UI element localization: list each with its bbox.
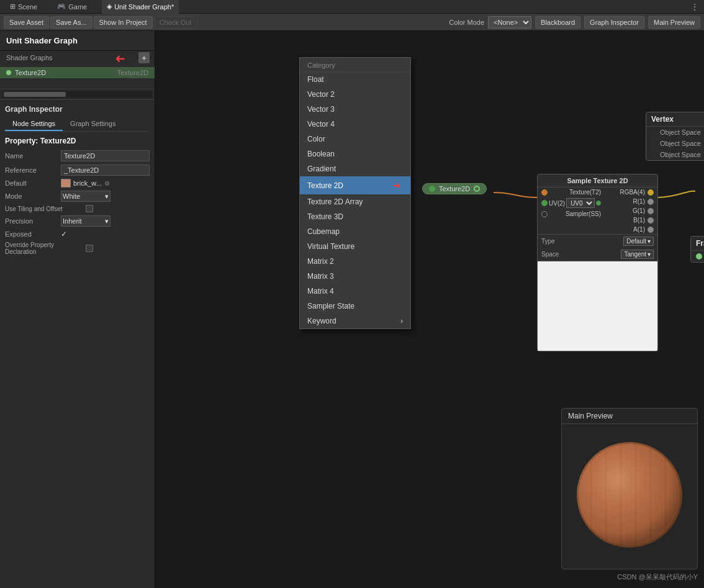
shader-icon: ◈ [107,2,112,11]
dropdown-item-color[interactable]: Color [300,132,410,147]
dropdown-header: Category [300,58,410,72]
texture2d-output-port[interactable] [429,186,435,192]
dropdown-item-matrix2[interactable]: Matrix 2 [300,254,410,269]
uv-dot [596,201,601,206]
shader-item[interactable]: Texture2D Texture2D [0,67,155,78]
a-output-port[interactable] [648,227,654,233]
shader-list-header: Shader Graphs + [0,51,155,65]
shader-dot [6,70,11,75]
more-options-icon[interactable]: ⋮ [690,2,699,12]
dropdown-item-boolean[interactable]: Boolean [300,147,410,161]
tab-shader-graph[interactable]: ◈ Unit Shader Graph* [102,0,179,14]
a-output-label: A(1) [633,226,645,233]
graph-inspector-button[interactable]: Graph Inspector [584,16,644,29]
dropdown-item-matrix3[interactable]: Matrix 3 [300,269,410,284]
g-output-port[interactable] [648,208,654,214]
input-uv: UV(2) UV0 [538,197,605,209]
dropdown-item-cubemap[interactable]: Cubemap [300,224,410,239]
check-out-button[interactable]: Check Out [154,16,197,29]
field-default-value: brick_w... ⚙ [61,179,110,188]
field-mode-select[interactable]: White ▾ [61,191,111,202]
r-output-port[interactable] [648,199,654,205]
tab-game[interactable]: 🎮 Game [52,0,92,14]
field-reference-value[interactable]: _Texture2D [61,165,150,176]
override-checkbox[interactable] [86,245,93,252]
toolbar-right: Color Mode <None> Blackboard Graph Inspe… [449,16,700,29]
color-mode-select[interactable]: <None> [488,16,531,29]
sample-texture-inputs: Texture(T2) UV(2) UV0 Sampler(SS) [538,188,605,234]
save-as-button[interactable]: Save As... [50,16,93,29]
vertex-header: Vertex [646,112,704,127]
red-arrow-menu: ➜ [392,179,400,191]
g-output-label: G(1) [633,207,645,214]
dropdown-item-float[interactable]: Float [300,72,410,87]
type-label: Type [541,238,555,245]
field-tiling: Use Tiling and Offset [5,205,150,212]
show-in-project-button[interactable]: Show In Project [94,16,153,29]
fragment-base-color-port[interactable] [696,253,702,260]
scroll-track[interactable] [2,91,152,98]
dropdown-item-sampler-state[interactable]: Sampler State [300,299,410,314]
dropdown-item-texture3d[interactable]: Texture 3D [300,209,410,224]
default-color-swatch[interactable] [61,179,71,188]
exposed-checkbox[interactable]: ✓ [61,230,67,238]
default-text: brick_w... [73,179,102,187]
field-precision-label: Precision [5,217,61,225]
title-bar: ⊞ Scene 🎮 Game ◈ Unit Shader Graph* ⋮ [0,0,704,14]
color-mode-label: Color Mode [449,19,484,26]
b-output-port[interactable] [648,217,654,224]
dropdown-item-vector3[interactable]: Vector 3 [300,102,410,117]
left-panel: Unit Shader Graph Shader Graphs + ➜ Text… [0,31,155,588]
default-icon: ⚙ [104,180,110,187]
uv-dropdown[interactable]: UV0 [566,198,595,208]
field-mode: Mode White ▾ [5,191,150,202]
panel-title: Unit Shader Graph [6,36,78,45]
texture2d-right-port[interactable] [474,186,480,192]
left-panel-header: Unit Shader Graph [0,31,155,51]
dropdown-item-matrix4[interactable]: Matrix 4 [300,284,410,299]
graph-inspector-section: Graph Inspector Node Settings Graph Sett… [0,99,155,261]
sampler-input-port[interactable] [541,211,548,217]
sampler-input-label: Sampler(SS) [566,210,601,217]
dropdown-item-texture2d[interactable]: Texture 2D ➜ [300,176,410,194]
rgba-output-label: RGBA(4) [620,189,645,196]
rgba-output-port[interactable] [648,189,654,196]
field-name: Name Texture2D [5,150,150,161]
texture2d-label: Texture2D [439,185,470,192]
fragment-base-color: Base Color(3) [691,251,704,262]
texture2d-node[interactable]: Texture2D [422,183,487,194]
output-g: G(1) [605,206,657,215]
field-precision-select[interactable]: Inherit ▾ [61,215,111,227]
dropdown-item-virtual-texture[interactable]: Virtual Texture [300,239,410,254]
mode-dropdown-arrow: ▾ [105,192,109,201]
add-button[interactable]: + [138,52,150,63]
uv-input-port[interactable] [541,200,548,206]
space-select[interactable]: Tangent▾ [621,250,654,259]
field-name-value[interactable]: Texture2D [61,150,150,161]
space-row: Space Tangent▾ [538,248,657,261]
tab-graph-settings[interactable]: Graph Settings [63,117,123,131]
canvas-area[interactable]: Category Float Vector 2 Vector 3 Vector … [155,31,704,588]
blackboard-button[interactable]: Blackboard [535,16,580,29]
field-tiling-label: Use Tiling and Offset [5,206,86,212]
main-preview-button[interactable]: Main Preview [648,16,700,29]
tiling-checkbox[interactable] [86,205,93,212]
sample-texture-body: Texture(T2) UV(2) UV0 Sampler(SS) [538,188,657,234]
dropdown-item-keyword[interactable]: Keyword › [300,314,410,328]
output-r: R(1) [605,197,657,206]
tab-node-settings[interactable]: Node Settings [5,117,63,131]
dropdown-item-texture2darray[interactable]: Texture 2D Array [300,194,410,209]
dropdown-item-vector2[interactable]: Vector 2 [300,87,410,102]
game-icon: 🎮 [57,2,66,11]
save-asset-button[interactable]: Save Asset [4,16,49,29]
texture-input-port[interactable] [541,189,548,196]
output-a: A(1) [605,225,657,234]
tab-scene[interactable]: ⊞ Scene [5,0,42,14]
dropdown-item-vector4[interactable]: Vector 4 [300,117,410,132]
input-texture: Texture(T2) [538,188,605,197]
type-select[interactable]: Default▾ [623,237,654,246]
graph-inspector-title: Graph Inspector [5,105,150,114]
dropdown-item-gradient[interactable]: Gradient [300,161,410,176]
submenu-arrow: › [400,317,403,325]
main-preview-title: Main Preview [562,409,697,424]
